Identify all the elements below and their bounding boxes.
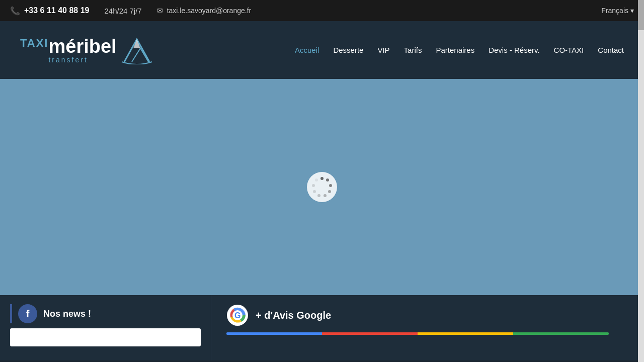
- top-bar: 📞 +33 6 11 40 88 19 24h/24 7j/7 ✉ taxi.l…: [0, 0, 644, 21]
- phone-icon: 📞: [10, 6, 20, 16]
- svg-point-3: [329, 184, 332, 187]
- nav-contact[interactable]: Contact: [598, 46, 624, 54]
- nav-desserte[interactable]: Desserte: [333, 46, 363, 54]
- logo-mountain-icon: [119, 34, 154, 66]
- svg-point-4: [328, 190, 331, 193]
- email-section[interactable]: ✉ taxi.le.savoyard@orange.fr: [157, 7, 252, 15]
- nav-devis[interactable]: Devis - Réserv.: [489, 46, 539, 54]
- nav-vip[interactable]: VIP: [377, 46, 389, 54]
- language-selector[interactable]: Français ▾: [601, 7, 634, 15]
- svg-point-8: [312, 184, 315, 187]
- nav-cotaxi[interactable]: CO-TAXI: [554, 46, 584, 54]
- news-section: f Nos news !: [0, 295, 211, 360]
- nav-tarifs[interactable]: Tarifs: [404, 46, 422, 54]
- news-input[interactable]: [10, 328, 201, 346]
- svg-point-9: [315, 178, 318, 182]
- language-label: Français: [601, 7, 628, 15]
- hours-text: 24h/24 7j/7: [104, 7, 141, 15]
- svg-text:G: G: [234, 311, 240, 320]
- logo-taxi: TAXI: [20, 37, 48, 50]
- news-title: Nos news !: [43, 309, 91, 319]
- logo[interactable]: TAXI méribel transfert: [20, 34, 154, 66]
- google-icon[interactable]: G G: [226, 304, 249, 326]
- google-reviews-section: G G + d'Avis Google: [211, 295, 644, 360]
- scrollbar-thumb[interactable]: [638, 0, 644, 30]
- chevron-down-icon: ▾: [630, 7, 634, 15]
- hero-section: [0, 79, 644, 295]
- footer: f Nos news ! G: [0, 295, 644, 360]
- phone-section[interactable]: 📞 +33 6 11 40 88 19: [10, 6, 89, 16]
- logo-transfert: transfert: [48, 56, 116, 64]
- nav-accueil[interactable]: Accueil: [295, 46, 319, 54]
- svg-point-2: [326, 178, 329, 182]
- email-address: taxi.le.savoyard@orange.fr: [167, 7, 252, 15]
- facebook-icon[interactable]: f: [18, 304, 37, 323]
- svg-point-1: [320, 177, 324, 180]
- google-rainbow-bar: [226, 332, 609, 335]
- nav-partenaires[interactable]: Partenaires: [436, 46, 474, 54]
- svg-point-6: [317, 194, 320, 197]
- scrollbar[interactable]: [638, 0, 644, 362]
- google-title: + d'Avis Google: [256, 310, 331, 321]
- loading-spinner: [307, 172, 337, 202]
- email-icon: ✉: [157, 7, 163, 15]
- header: TAXI méribel transfert: [0, 21, 644, 79]
- navigation: Accueil Desserte VIP Tarifs Partenaires …: [295, 46, 624, 54]
- svg-point-7: [313, 190, 316, 193]
- phone-number: +33 6 11 40 88 19: [24, 6, 89, 15]
- svg-point-5: [324, 194, 327, 197]
- logo-meribel: méribel: [48, 37, 116, 56]
